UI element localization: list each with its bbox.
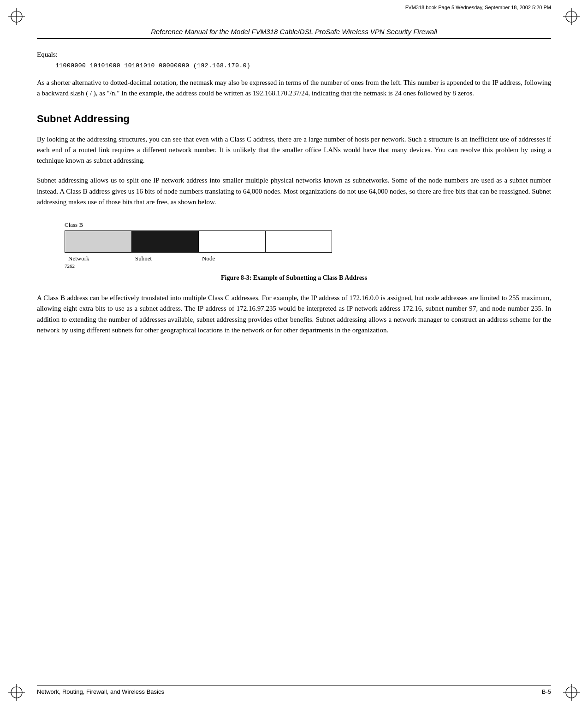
subnet-cell (132, 231, 199, 252)
code-block: 11000000 10101000 10101010 00000000 (192… (55, 62, 551, 69)
page-header: Reference Manual for the Model FVM318 Ca… (37, 28, 551, 39)
figure-caption: Figure 8-3: Example of Subnetting a Clas… (37, 274, 551, 282)
header-title: Reference Manual for the Model FVM318 Ca… (37, 28, 551, 39)
paragraph2: By looking at the addressing structures,… (37, 134, 551, 166)
node-cell (199, 231, 266, 252)
network-cell (65, 231, 132, 252)
label-network: Network (65, 255, 131, 262)
footer-left: Network, Routing, Firewall, and Wireless… (37, 688, 164, 695)
paragraph3: Subnet addressing allows us to split one… (37, 175, 551, 207)
crosshair-bottom-left (8, 684, 25, 701)
file-info-text: FVM318.book Page 5 Wednesday, September … (405, 5, 551, 10)
label-subnet: Subnet (131, 255, 198, 262)
diagram-labels: Network Subnet Node (65, 255, 332, 262)
extra-cell (266, 231, 332, 252)
crosshair-bottom-right (563, 684, 580, 701)
label-node: Node (198, 255, 265, 262)
crosshair-top-left (8, 8, 25, 25)
content-area: Equals: 11000000 10101000 10101010 00000… (37, 51, 551, 672)
diagram-box (65, 230, 332, 253)
page-footer: Network, Routing, Firewall, and Wireless… (37, 685, 551, 695)
diagram-number: 7262 (65, 263, 75, 269)
paragraph1: As a shorter alternative to dotted-decim… (37, 77, 551, 99)
class-b-label: Class B (65, 221, 83, 229)
file-info-bar: FVM318.book Page 5 Wednesday, September … (37, 5, 551, 10)
subnet-diagram: Class B Network Subnet Node 7262 (37, 221, 551, 269)
page: FVM318.book Page 5 Wednesday, September … (0, 0, 588, 709)
section-heading: Subnet Addressing (37, 113, 551, 125)
footer-right: B-5 (542, 688, 551, 695)
crosshair-top-right (563, 8, 580, 25)
paragraph4: A Class B address can be effectively tra… (37, 293, 551, 336)
equals-label: Equals: (37, 51, 551, 59)
